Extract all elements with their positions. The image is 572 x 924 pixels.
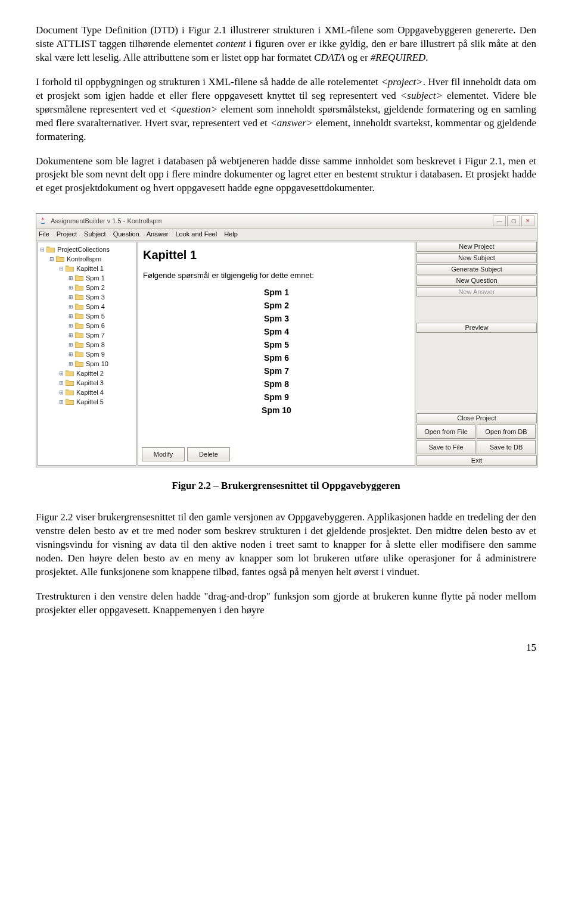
center-spm-item: Spm 7: [143, 364, 410, 377]
figure-caption: Figur 2.2 – Brukergrensesnittet til Oppg…: [36, 479, 536, 493]
save-to-db-button[interactable]: Save to DB: [477, 440, 536, 454]
center-spm-list: Spm 1Spm 2Spm 3Spm 4Spm 5Spm 6Spm 7Spm 8…: [143, 286, 410, 417]
folder-icon: [75, 303, 83, 310]
tree-toggle-icon[interactable]: ⊞: [58, 371, 64, 376]
center-spm-item: Spm 4: [143, 325, 410, 338]
delete-button[interactable]: Delete: [187, 447, 230, 461]
tree-panel[interactable]: ⊟ ProjectCollections ⊟ Kontrollspm ⊟ Kap…: [38, 242, 136, 466]
center-spm-item: Spm 9: [143, 391, 410, 404]
tree-toggle-icon[interactable]: ⊟: [39, 247, 45, 252]
minimize-button[interactable]: —: [493, 216, 506, 226]
tree-toggle-icon[interactable]: ⊟: [49, 257, 54, 262]
folder-icon: [66, 398, 74, 405]
paragraph-4: Figur 2.2 viser brukergrensesnittet til …: [36, 511, 536, 579]
menu-look-and-feel[interactable]: Look and Feel: [175, 230, 217, 239]
tree-project[interactable]: ⊟ Kontrollspm: [49, 254, 135, 264]
folder-icon: [66, 389, 74, 396]
tree-toggle-icon[interactable]: ⊞: [68, 333, 73, 338]
new-question-button[interactable]: New Question: [416, 276, 537, 286]
center-spm-item: Spm 5: [143, 338, 410, 351]
open-from-file-button[interactable]: Open from File: [416, 424, 475, 439]
window-controls: — ▢ ✕: [493, 216, 534, 226]
tree-chapter[interactable]: ⊞Kapittel 4: [58, 388, 135, 397]
folder-icon: [75, 313, 83, 320]
menu-help[interactable]: Help: [224, 230, 238, 239]
titlebar: AssignmentBuilder v 1.5 - Kontrollspm — …: [36, 214, 537, 229]
tree-toggle-icon[interactable]: ⊞: [68, 304, 73, 310]
exit-button[interactable]: Exit: [416, 455, 537, 466]
folder-icon: [66, 265, 74, 272]
window-title: AssignmentBuilder v 1.5 - Kontrollspm: [51, 217, 493, 226]
center-subline: Følgende spørsmål er tilgjengelig for de…: [143, 270, 410, 281]
folder-icon: [75, 274, 83, 282]
tree-toggle-icon[interactable]: ⊞: [58, 380, 64, 386]
center-spm-item: Spm 3: [143, 312, 410, 325]
tree-spm-item[interactable]: ⊞Spm 6: [68, 321, 135, 330]
tree-chapter[interactable]: ⊞Kapittel 3: [58, 378, 135, 388]
tree-spm-item[interactable]: ⊞Spm 4: [68, 302, 135, 311]
tree-toggle-icon[interactable]: ⊞: [68, 361, 73, 367]
paragraph-1: Document Type Definition (DTD) i Figur 2…: [36, 24, 536, 65]
center-spm-item: Spm 6: [143, 351, 410, 364]
java-icon: [39, 217, 47, 225]
menu-subject[interactable]: Subject: [84, 230, 106, 239]
menu-answer[interactable]: Answer: [147, 230, 169, 239]
center-spm-item: Spm 8: [143, 377, 410, 391]
tree-toggle-icon[interactable]: ⊞: [68, 295, 73, 300]
tree-spm-item[interactable]: ⊞Spm 3: [68, 292, 135, 302]
folder-icon: [75, 360, 83, 367]
center-heading: Kapittel 1: [143, 247, 410, 263]
paragraph-5: Trestrukturen i den venstre delen hadde …: [36, 590, 536, 617]
tree-spm-item[interactable]: ⊞Spm 10: [68, 359, 135, 369]
tree-toggle-icon[interactable]: ⊟: [58, 266, 64, 271]
folder-icon: [75, 294, 83, 301]
center-spm-item: Spm 1: [143, 286, 410, 299]
paragraph-3: Dokumentene som ble lagret i databasen p…: [36, 155, 536, 196]
tree-chapter[interactable]: ⊟ Kapittel 1: [58, 264, 135, 273]
menu-question[interactable]: Question: [113, 230, 139, 239]
tree-toggle-icon[interactable]: ⊞: [58, 390, 64, 395]
modify-button[interactable]: Modify: [142, 447, 185, 461]
folder-icon: [75, 332, 83, 339]
folder-icon: [46, 246, 55, 253]
maximize-button[interactable]: ▢: [507, 216, 520, 226]
tree-toggle-icon[interactable]: ⊞: [68, 285, 73, 291]
tree-spm-item[interactable]: ⊞Spm 1: [68, 273, 135, 283]
center-spm-item: Spm 10: [143, 404, 410, 417]
tree-chapter[interactable]: ⊞Kapittel 5: [58, 397, 135, 407]
new-subject-button[interactable]: New Subject: [416, 253, 537, 263]
tree-spm-item[interactable]: ⊞Spm 9: [68, 349, 135, 359]
menu-file[interactable]: File: [39, 230, 49, 239]
tree-toggle-icon[interactable]: ⊞: [68, 342, 73, 348]
center-panel: Kapittel 1 Følgende spørsmål er tilgjeng…: [138, 242, 415, 466]
new-answer-button[interactable]: New Answer: [416, 287, 537, 297]
tree-spm-item[interactable]: ⊞Spm 2: [68, 283, 135, 292]
folder-icon: [75, 284, 83, 291]
tree-chapter[interactable]: ⊞Kapittel 2: [58, 369, 135, 378]
preview-button[interactable]: Preview: [416, 323, 537, 333]
menu-project[interactable]: Project: [57, 230, 77, 239]
tree-root[interactable]: ⊟ ProjectCollections: [39, 245, 135, 254]
close-button[interactable]: ✕: [521, 216, 534, 226]
tree-toggle-icon[interactable]: ⊞: [68, 323, 73, 329]
right-panel: New Project New Subject Generate Subject…: [416, 242, 536, 466]
close-project-button[interactable]: Close Project: [416, 413, 537, 423]
tree-spm-item[interactable]: ⊞Spm 5: [68, 311, 135, 321]
folder-icon: [66, 370, 74, 377]
tree-spm-item[interactable]: ⊞Spm 7: [68, 330, 135, 340]
tree-toggle-icon[interactable]: ⊞: [58, 399, 64, 405]
tree-toggle-icon[interactable]: ⊞: [68, 314, 73, 319]
paragraph-2: I forhold til oppbygningen og strukturen…: [36, 76, 536, 144]
center-spm-item: Spm 2: [143, 299, 410, 312]
folder-icon: [75, 351, 83, 358]
folder-icon: [75, 341, 83, 348]
save-to-file-button[interactable]: Save to File: [416, 440, 475, 454]
generate-subject-button[interactable]: Generate Subject: [416, 264, 537, 274]
open-from-db-button[interactable]: Open from DB: [477, 424, 536, 439]
new-project-button[interactable]: New Project: [416, 242, 537, 252]
app-window: AssignmentBuilder v 1.5 - Kontrollspm — …: [36, 213, 537, 467]
folder-icon: [75, 322, 83, 329]
tree-spm-item[interactable]: ⊞Spm 8: [68, 340, 135, 349]
tree-toggle-icon[interactable]: ⊞: [68, 352, 73, 357]
tree-toggle-icon[interactable]: ⊞: [68, 276, 73, 281]
